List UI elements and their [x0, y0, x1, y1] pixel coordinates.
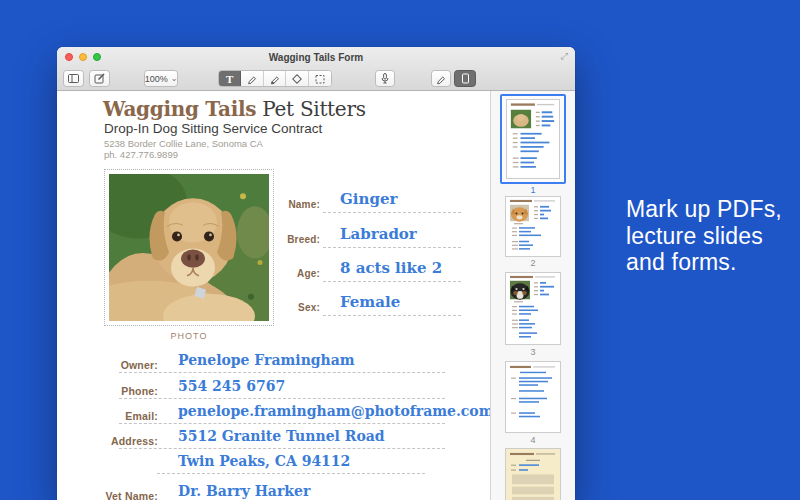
- app-window: Wagging Tails Form ⤢ 100% ⌄: [57, 47, 575, 500]
- compose-button[interactable]: [89, 70, 110, 87]
- field-underline: [119, 398, 445, 399]
- page-number: 3: [491, 347, 575, 357]
- thumbnail-page-2[interactable]: [505, 196, 561, 257]
- form-title: Wagging Tails Pet Sitters: [103, 97, 366, 121]
- field-label: Owner:: [77, 359, 158, 371]
- thumbnail-page-4[interactable]: [505, 361, 561, 433]
- field-underline: [119, 448, 445, 449]
- field-value[interactable]: penelope.framingham@photoframe.com: [178, 403, 494, 419]
- fullscreen-icon[interactable]: ⤢: [561, 51, 568, 62]
- field-value[interactable]: 8 acts like 2: [340, 259, 442, 277]
- compose-icon: [93, 72, 106, 85]
- pdf-page[interactable]: Wagging Tails Pet Sitters Drop-In Dog Si…: [57, 91, 490, 500]
- field-label: Vet Name:: [77, 490, 158, 500]
- form-phone: ph. 427.776.9899: [104, 149, 178, 160]
- zoom-level: 100%: [145, 74, 168, 84]
- tagline-line: and forms.: [626, 249, 782, 276]
- window-chrome: Wagging Tails Form ⤢ 100% ⌄: [57, 47, 575, 91]
- field-row-age: Age: 8 acts like 2: [247, 264, 477, 290]
- form-subtitle: Drop-In Dog Sitting Service Contract: [104, 121, 322, 136]
- traffic-lights: [65, 53, 101, 61]
- pencil-tool-button[interactable]: [241, 71, 263, 86]
- field-underline: [157, 473, 425, 474]
- sidebar-toggle-button[interactable]: [63, 70, 84, 87]
- photo-caption: PHOTO: [104, 331, 274, 341]
- field-label: Sex:: [247, 302, 320, 313]
- eraser-tool-button[interactable]: [286, 71, 308, 86]
- page-number: 2: [491, 258, 575, 268]
- field-row-vet: Vet Name: Dr. Barry Harker: [77, 486, 477, 500]
- field-underline: [323, 247, 461, 248]
- window-content: Wagging Tails Pet Sitters Drop-In Dog Si…: [57, 91, 575, 500]
- selection-tool-button[interactable]: [309, 71, 331, 86]
- field-underline: [119, 372, 445, 373]
- field-label: Phone:: [77, 385, 158, 397]
- tagline-line: lecture slides: [626, 223, 782, 250]
- thumbnail-sidebar: 1: [490, 91, 575, 500]
- form-address: 5238 Border Collie Lane, Sonoma CA: [104, 138, 263, 149]
- marketing-tagline: Mark up PDFs, lecture slides and forms.: [626, 196, 782, 276]
- thumbnail-page-1[interactable]: [506, 99, 560, 179]
- record-audio-button[interactable]: [375, 70, 395, 87]
- field-value[interactable]: 554 245 6767: [178, 378, 285, 394]
- field-label: Address:: [77, 435, 158, 447]
- page-preview: [506, 449, 560, 500]
- zoom-window-button[interactable]: [93, 53, 101, 61]
- field-label: Name:: [247, 199, 320, 210]
- field-value[interactable]: Dr. Barry Harker: [178, 483, 310, 499]
- annotate-button[interactable]: [431, 70, 451, 87]
- annotation-tools: T: [218, 70, 332, 87]
- field-value[interactable]: Female: [340, 293, 400, 311]
- page-preview: [506, 273, 560, 344]
- field-value[interactable]: 5512 Granite Tunnel Road: [178, 428, 385, 444]
- field-underline: [119, 423, 445, 424]
- diamond-eraser-icon: [291, 73, 303, 85]
- field-row-name: Name: Ginger: [247, 195, 477, 221]
- text-tool-button[interactable]: T: [219, 71, 241, 86]
- window-title: Wagging Tails Form: [57, 47, 575, 68]
- thumbnail-panel-toggle-button[interactable]: [454, 70, 476, 87]
- marker-icon: [435, 73, 447, 85]
- field-value[interactable]: Twin Peaks, CA 94112: [178, 453, 350, 469]
- field-value[interactable]: Labrador: [340, 225, 417, 243]
- field-row-sex: Sex: Female: [247, 298, 477, 324]
- field-value[interactable]: Penelope Framingham: [178, 352, 355, 368]
- page-panel-icon: [459, 72, 472, 85]
- toolbar: 100% ⌄ T: [57, 67, 575, 91]
- pen-tool-button[interactable]: [264, 71, 286, 86]
- page-preview: [506, 362, 560, 432]
- microphone-icon: [379, 72, 391, 85]
- field-label: Age:: [247, 268, 320, 279]
- field-underline: [323, 315, 461, 316]
- form-brand: Wagging Tails: [103, 97, 256, 121]
- field-underline: [323, 281, 461, 282]
- sidebar-icon: [67, 72, 80, 85]
- field-underline: [323, 212, 461, 213]
- thumbnail-page-1-selected[interactable]: [500, 94, 566, 184]
- minimize-button[interactable]: [79, 53, 87, 61]
- chevron-down-icon: ⌄: [171, 76, 178, 82]
- zoom-dropdown[interactable]: 100% ⌄: [144, 70, 178, 87]
- tagline-line: Mark up PDFs,: [626, 196, 782, 223]
- page-number: 1: [491, 185, 575, 195]
- pen-icon: [269, 73, 281, 85]
- page-preview: [506, 197, 560, 256]
- window-titlebar[interactable]: Wagging Tails Form ⤢: [57, 47, 575, 67]
- selection-rect-icon: [314, 73, 326, 85]
- dog-photo-illustration: [109, 174, 269, 321]
- field-label: Breed:: [247, 234, 320, 245]
- page-number: 4: [491, 435, 575, 445]
- thumbnail-page-5[interactable]: [505, 448, 561, 500]
- field-label: Email:: [77, 410, 158, 422]
- field-row-address2: Twin Peaks, CA 94112: [77, 456, 477, 482]
- thumbnail-page-3[interactable]: [505, 272, 561, 345]
- pencil-icon: [246, 73, 258, 85]
- field-row-breed: Breed: Labrador: [247, 230, 477, 256]
- field-value[interactable]: Ginger: [340, 190, 397, 208]
- page-preview: [507, 100, 559, 178]
- close-button[interactable]: [65, 53, 73, 61]
